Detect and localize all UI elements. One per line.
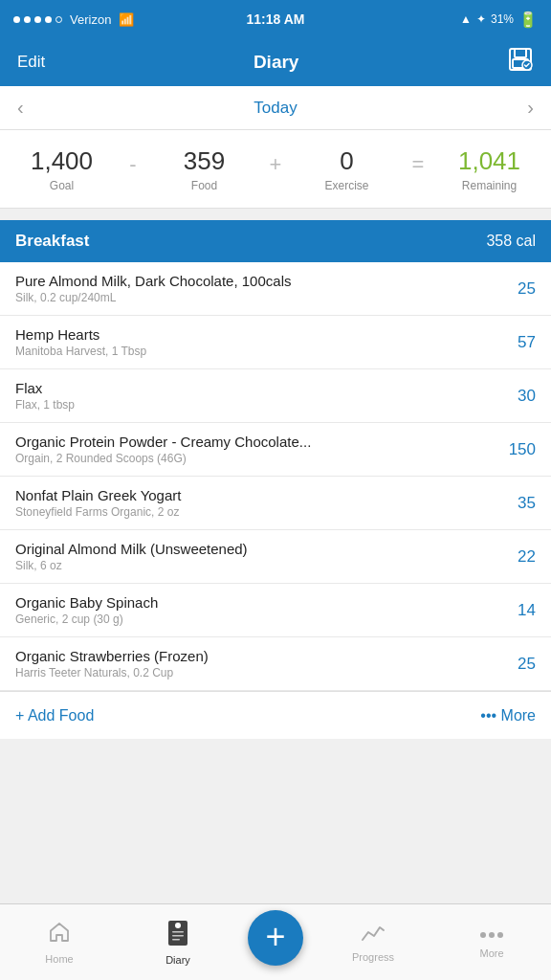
save-icon[interactable]	[507, 46, 534, 78]
food-info-7: Organic Strawberries (Frozen) Harris Tee…	[15, 648, 497, 679]
food-list-item[interactable]: Organic Protein Powder - Creamy Chocolat…	[0, 423, 551, 477]
food-name-6: Organic Baby Spinach	[15, 594, 497, 611]
breakfast-title: Breakfast	[15, 232, 90, 251]
summary-goal: 1,400 Goal	[0, 146, 123, 192]
exercise-value: 0	[285, 146, 408, 176]
summary-food: 359 Food	[143, 146, 266, 192]
edit-button[interactable]: Edit	[17, 53, 45, 72]
goal-value: 1,400	[0, 146, 123, 176]
nav-bar: Edit Diary	[0, 38, 551, 86]
tab-more[interactable]: More	[432, 904, 551, 980]
plus-operator: +	[266, 152, 285, 177]
food-name-5: Original Almond Milk (Unsweetened)	[15, 541, 497, 557]
food-detail-4: Stoneyfield Farms Organic, 2 oz	[15, 505, 497, 519]
svg-point-11	[497, 932, 503, 938]
summary-remaining: 1,041 Remaining	[428, 146, 551, 192]
food-cal-5: 22	[497, 547, 536, 567]
food-list-item[interactable]: Flax Flax, 1 tbsp 30	[0, 369, 551, 423]
food-info-1: Hemp Hearts Manitoba Harvest, 1 Tbsp	[15, 326, 497, 358]
food-list-item[interactable]: Organic Baby Spinach Generic, 2 cup (30 …	[0, 584, 551, 637]
progress-label: Progress	[352, 951, 394, 963]
spacer	[0, 209, 551, 220]
diary-icon	[167, 920, 188, 950]
next-day-button[interactable]: ›	[527, 97, 534, 119]
more-icon	[479, 926, 504, 944]
food-name-4: Nonfat Plain Greek Yogart	[15, 487, 497, 503]
svg-rect-8	[172, 939, 180, 941]
remaining-label: Remaining	[428, 179, 551, 192]
food-value: 359	[143, 146, 266, 176]
food-name-2: Flax	[15, 380, 497, 396]
food-info-0: Pure Almond Milk, Dark Chocolate, 100cal…	[15, 273, 497, 304]
food-cal-7: 25	[497, 655, 536, 674]
food-detail-6: Generic, 2 cup (30 g)	[15, 612, 497, 626]
add-icon: +	[265, 920, 285, 954]
food-detail-3: Orgain, 2 Rounded Scoops (46G)	[15, 452, 497, 465]
add-food-button[interactable]: + Add Food	[15, 707, 94, 724]
breakfast-calories: 358 cal	[486, 233, 536, 250]
food-info-3: Organic Protein Powder - Creamy Chocolat…	[15, 434, 497, 465]
food-cal-3: 150	[497, 440, 536, 459]
tab-bar: Home Diary + Progress	[0, 903, 551, 980]
battery-icon: 🔋	[518, 11, 538, 29]
tab-progress[interactable]: Progress	[314, 904, 432, 980]
summary-row: 1,400 Goal - 359 Food + 0 Exercise = 1,0…	[0, 130, 551, 209]
tab-home[interactable]: Home	[0, 904, 119, 980]
food-label: Food	[143, 179, 266, 192]
bluetooth-icon: ✦	[476, 12, 486, 26]
battery-pct: 31%	[491, 12, 514, 26]
date-label[interactable]: Today	[253, 99, 297, 118]
svg-point-10	[489, 932, 495, 938]
food-detail-0: Silk, 0.2 cup/240mL	[15, 291, 497, 304]
carrier-name: Verizon	[70, 12, 111, 27]
svg-point-9	[480, 932, 486, 938]
tab-diary[interactable]: Diary	[119, 904, 237, 980]
food-list-item[interactable]: Hemp Hearts Manitoba Harvest, 1 Tbsp 57	[0, 316, 551, 369]
svg-rect-7	[172, 935, 184, 937]
nav-title: Diary	[253, 52, 299, 73]
food-list-item[interactable]: Pure Almond Milk, Dark Chocolate, 100cal…	[0, 262, 551, 316]
home-icon	[48, 921, 71, 949]
signal-dot-4	[45, 16, 52, 23]
status-right: ▲ ✦ 31% 🔋	[460, 11, 538, 29]
food-cal-4: 35	[497, 494, 536, 513]
progress-icon	[361, 923, 386, 947]
summary-exercise: 0 Exercise	[285, 146, 408, 192]
date-nav: ‹ Today ›	[0, 86, 551, 130]
food-list-item[interactable]: Nonfat Plain Greek Yogart Stoneyfield Fa…	[0, 477, 551, 530]
status-bar: Verizon 📶 11:18 AM ▲ ✦ 31% 🔋	[0, 0, 551, 38]
remaining-value: 1,041	[428, 146, 551, 176]
signal-dot-3	[34, 16, 41, 23]
food-cal-0: 25	[497, 279, 536, 299]
minus-operator: -	[123, 152, 143, 177]
food-name-7: Organic Strawberries (Frozen)	[15, 648, 497, 664]
carrier-signal: Verizon 📶	[13, 12, 134, 27]
goal-label: Goal	[0, 179, 123, 192]
food-name-3: Organic Protein Powder - Creamy Chocolat…	[15, 434, 497, 450]
food-detail-2: Flax, 1 tbsp	[15, 398, 497, 412]
svg-rect-1	[515, 49, 526, 57]
signal-dot-1	[13, 16, 20, 23]
food-detail-7: Harris Teeter Naturals, 0.2 Cup	[15, 666, 497, 679]
action-row: + Add Food ••• More	[0, 691, 551, 739]
food-detail-5: Silk, 6 oz	[15, 559, 497, 572]
food-detail-1: Manitoba Harvest, 1 Tbsp	[15, 345, 497, 358]
add-fab[interactable]: +	[248, 910, 303, 966]
more-button[interactable]: ••• More	[480, 707, 536, 724]
prev-day-button[interactable]: ‹	[17, 97, 24, 119]
signal-dot-2	[24, 16, 31, 23]
status-time: 11:18 AM	[247, 11, 305, 27]
equals-operator: =	[408, 152, 428, 177]
more-label: More	[479, 947, 503, 959]
food-name-0: Pure Almond Milk, Dark Chocolate, 100cal…	[15, 273, 497, 289]
food-info-5: Original Almond Milk (Unsweetened) Silk,…	[15, 541, 497, 572]
food-list-item[interactable]: Original Almond Milk (Unsweetened) Silk,…	[0, 530, 551, 584]
food-name-1: Hemp Hearts	[15, 326, 497, 343]
home-label: Home	[45, 953, 73, 965]
food-info-4: Nonfat Plain Greek Yogart Stoneyfield Fa…	[15, 487, 497, 519]
food-list-item[interactable]: Organic Strawberries (Frozen) Harris Tee…	[0, 637, 551, 691]
tab-add[interactable]: +	[237, 904, 314, 980]
food-list: Pure Almond Milk, Dark Chocolate, 100cal…	[0, 262, 551, 691]
food-info-2: Flax Flax, 1 tbsp	[15, 380, 497, 412]
food-info-6: Organic Baby Spinach Generic, 2 cup (30 …	[15, 594, 497, 626]
